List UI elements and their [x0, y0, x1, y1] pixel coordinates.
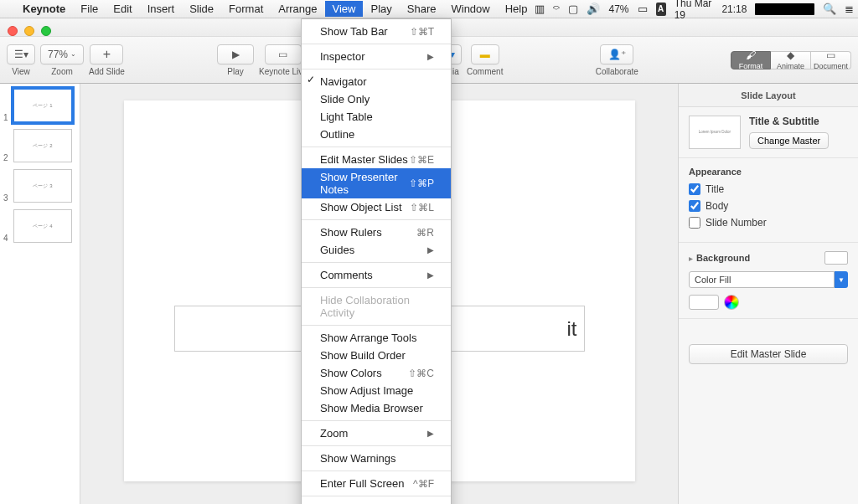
submenu-arrow-icon: ▶ — [427, 429, 434, 438]
fill-type-select[interactable]: Color Fill — [689, 271, 835, 288]
master-thumbnail: Lorem Ipsum Dolor — [689, 116, 741, 149]
menubar-redacted — [755, 3, 814, 15]
menu-item[interactable]: Show Build Order — [302, 347, 451, 364]
close-window-icon[interactable] — [8, 26, 18, 36]
fill-type-arrow-icon[interactable]: ▼ — [835, 271, 848, 288]
zoom-label: Zoom — [51, 67, 73, 76]
menu-help[interactable]: Help — [498, 1, 535, 17]
thumb-number: 2 — [3, 153, 8, 162]
menu-item[interactable]: Show Adjust Image — [302, 382, 451, 399]
collaborate-label: Collaborate — [596, 67, 638, 76]
app-menu[interactable]: Keynote — [15, 1, 73, 17]
menu-slide[interactable]: Slide — [182, 1, 221, 17]
play-label: Play — [227, 67, 243, 76]
wifi-icon: ⌔ — [553, 3, 560, 15]
menu-item[interactable]: Show Rulers⌘R — [302, 224, 451, 241]
appearance-label: Appearance — [689, 167, 848, 177]
tab-format[interactable]: 🖌Format — [731, 51, 771, 69]
menu-item[interactable]: Show Arrange Tools — [302, 329, 451, 347]
submenu-arrow-icon: ▶ — [427, 270, 434, 280]
menu-item[interactable]: Show Media Browser — [302, 399, 451, 417]
zoom-select[interactable]: 77% ⌄ — [40, 44, 84, 64]
window-traffic-lights[interactable] — [8, 26, 51, 36]
menu-item[interactable]: Edit Master Slides⇧⌘E — [302, 151, 451, 168]
thumbnail-slide-1[interactable]: 1ページ 1 — [13, 89, 75, 122]
system-menubar: Keynote File Edit Insert Slide Format Ar… — [0, 0, 858, 18]
color-wheel-icon[interactable] — [724, 295, 739, 310]
volume-icon: 🔊 — [587, 3, 600, 15]
keynote-live-button[interactable]: ▭ — [265, 44, 302, 64]
edit-master-slide-button[interactable]: Edit Master Slide — [689, 344, 848, 364]
menu-item[interactable]: Enter Full Screen^⌘F — [302, 475, 451, 492]
inspector-tabs: 🖌Format ◆Animate ▭Document — [731, 51, 851, 69]
comment-label: Comment — [467, 67, 503, 76]
menu-play[interactable]: Play — [363, 1, 399, 17]
view-menu-dropdown: Show Tab Bar⇧⌘TInspector▶✓NavigatorSlide… — [301, 18, 452, 504]
menu-item[interactable]: Outline — [302, 126, 451, 143]
thumbnail-slide-4[interactable]: 4ページ 4 — [13, 209, 75, 243]
thumbnail-slide-3[interactable]: 3ページ 3 — [13, 169, 75, 203]
menu-item[interactable]: Zoom▶ — [302, 424, 451, 442]
view-label: View — [12, 67, 30, 76]
menu-item[interactable]: Slide Only — [302, 90, 451, 108]
slide-number-checkbox[interactable]: Slide Number — [689, 217, 848, 229]
menubar-date: Thu Mar 19 — [675, 0, 714, 21]
battery-percent: 47% — [608, 3, 628, 15]
airplay-icon: ▢ — [568, 3, 578, 15]
body-checkbox[interactable]: Body — [689, 200, 848, 212]
menu-file[interactable]: File — [73, 1, 106, 17]
battery-square-icon: ▥ — [535, 3, 545, 15]
menu-window[interactable]: Window — [443, 1, 497, 17]
menu-format[interactable]: Format — [221, 1, 271, 17]
slide-navigator[interactable]: 1ページ 12ページ 23ページ 34ページ 4 — [0, 84, 80, 504]
inspector-panel: Slide Layout Lorem Ipsum Dolor Title & S… — [678, 84, 858, 504]
menu-item[interactable]: Show Colors⇧⌘C — [302, 364, 451, 382]
background-swatch[interactable] — [824, 251, 848, 265]
menu-arrange[interactable]: Arrange — [271, 1, 324, 17]
color-swatch[interactable] — [689, 295, 719, 310]
background-label: Background — [696, 253, 750, 263]
checkmark-icon: ✓ — [307, 74, 315, 85]
menu-item[interactable]: ✓Navigator — [302, 73, 451, 90]
menu-item[interactable]: Hide Toolbar⌥⌘T — [302, 500, 451, 504]
menu-item[interactable]: Inspector▶ — [302, 48, 451, 65]
tab-document[interactable]: ▭Document — [811, 51, 851, 69]
add-slide-button[interactable]: + — [90, 44, 123, 64]
thumb-number: 3 — [3, 193, 8, 203]
menu-item[interactable]: Comments▶ — [302, 266, 451, 284]
play-button[interactable]: ▶ — [217, 44, 254, 64]
menu-insert[interactable]: Insert — [140, 1, 183, 17]
menu-edit[interactable]: Edit — [106, 1, 139, 17]
master-name: Title & Subtitle — [749, 116, 829, 127]
change-master-button[interactable]: Change Master — [749, 132, 829, 149]
disclosure-icon[interactable]: ▸ — [689, 254, 693, 263]
menu-view[interactable]: View — [325, 1, 364, 17]
menu-item[interactable]: Light Table — [302, 108, 451, 126]
menu-item[interactable]: Show Warnings — [302, 450, 451, 467]
spotlight-icon[interactable]: 🔍 — [823, 3, 836, 15]
thumb-number: 1 — [3, 113, 8, 122]
add-slide-label: Add Slide — [89, 67, 125, 76]
inspector-header: Slide Layout — [679, 84, 858, 107]
control-center-icon[interactable]: ≣ — [845, 3, 854, 15]
view-mode-button[interactable]: ☰▾ — [7, 44, 35, 64]
menu-item[interactable]: Guides▶ — [302, 241, 451, 259]
menu-item[interactable]: Show Object List⇧⌘L — [302, 198, 451, 216]
tab-animate[interactable]: ◆Animate — [771, 51, 811, 69]
submenu-arrow-icon: ▶ — [427, 52, 434, 61]
thumbnail-slide-2[interactable]: 2ページ 2 — [13, 129, 75, 162]
comment-button[interactable]: ▬ — [471, 44, 499, 64]
thumb-number: 4 — [3, 234, 8, 243]
menu-share[interactable]: Share — [400, 1, 444, 17]
menubar-time: 21:18 — [721, 3, 747, 15]
menu-item: Hide Collaboration Activity — [302, 291, 451, 321]
minimize-window-icon[interactable] — [24, 26, 34, 36]
submenu-arrow-icon: ▶ — [427, 245, 434, 255]
input-source-icon[interactable]: A — [656, 3, 666, 16]
maximize-window-icon[interactable] — [41, 26, 51, 36]
collaborate-button[interactable]: 👤⁺ — [600, 44, 633, 64]
battery-icon: ▭ — [638, 3, 648, 15]
menu-item[interactable]: Show Tab Bar⇧⌘T — [302, 23, 451, 40]
title-checkbox[interactable]: Title — [689, 183, 848, 195]
menu-item[interactable]: Show Presenter Notes⇧⌘P — [302, 168, 451, 198]
